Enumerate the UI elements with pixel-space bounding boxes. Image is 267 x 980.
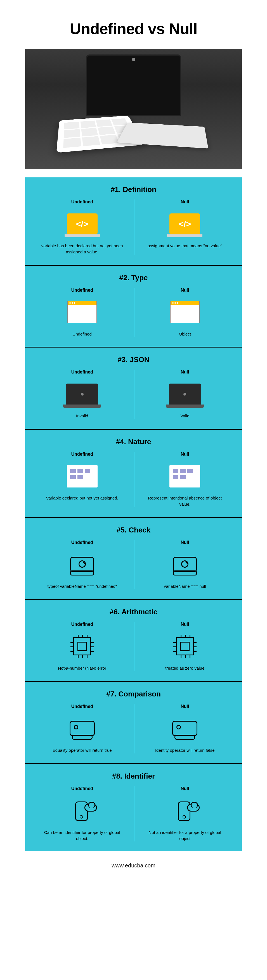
section-heading: #1. Definition [31, 185, 236, 194]
section-heading: #7. Comparison [31, 690, 236, 698]
spreadsheet-icon [169, 465, 200, 487]
null-text: Identity operator will return false [141, 747, 230, 753]
phone-cloud-icon [172, 802, 197, 819]
monitor-illustration [86, 54, 181, 116]
search-drive-icon [70, 557, 94, 572]
column-label: Undefined [38, 452, 127, 457]
undefined-column: Undefined Can be an identifier for prope… [31, 786, 134, 842]
column-label: Undefined [38, 199, 127, 205]
comparison-section: #8. Identifier Undefined Can be an ident… [25, 763, 242, 851]
undefined-column: Undefined Equality operator will return … [31, 704, 134, 753]
section-heading: #2. Type [31, 274, 236, 282]
column-label: Null [141, 370, 230, 375]
column-label: Null [141, 199, 230, 205]
null-column: Null Represent intentional absence of ob… [134, 452, 237, 508]
null-column: Null </> assignment value that means "no… [134, 199, 237, 255]
undefined-text: Can be an identifier for property of glo… [38, 829, 127, 842]
undefined-text: variable has been declared but not yet b… [38, 243, 127, 255]
null-column: Null variableName === null [134, 540, 237, 589]
undefined-text: Equality operator will return true [38, 747, 127, 753]
undefined-column: Undefined </> variable has been declared… [31, 199, 134, 255]
column-label: Null [141, 786, 230, 791]
undefined-column: Undefined Not-a-number (NaN) error [31, 622, 134, 671]
null-text: Object [141, 331, 230, 337]
null-column: Null treated as zero value [134, 622, 237, 671]
undefined-text: Invalid [38, 413, 127, 419]
null-text: variableName === null [141, 583, 230, 589]
section-heading: #3. JSON [31, 355, 236, 364]
undefined-column: Undefined typeof variableName === "undef… [31, 540, 134, 589]
code-laptop-icon: </> [169, 213, 200, 234]
undefined-column: Undefined Undefined [31, 288, 134, 337]
comparison-section: #4. Nature Undefined Variable declared b… [25, 429, 242, 517]
hero-image [25, 49, 242, 169]
window-icon [67, 301, 97, 323]
column-label: Null [141, 704, 230, 709]
code-laptop-icon: </> [67, 213, 98, 234]
null-text: Not an identifier for a property of glob… [141, 829, 230, 842]
null-text: treated as zero value [141, 665, 230, 671]
laptop-icon [169, 383, 201, 404]
column-label: Null [141, 288, 230, 293]
section-heading: #5. Check [31, 526, 236, 535]
undefined-column: Undefined Invalid [31, 370, 134, 419]
footer-url: www.educba.com [25, 851, 242, 880]
spreadsheet-icon [67, 465, 98, 487]
undefined-text: Undefined [38, 331, 127, 337]
page-title: Undefined vs Null [25, 19, 242, 38]
comparison-section: #7. Comparison Undefined Equality operat… [25, 681, 242, 763]
window-icon [170, 301, 200, 323]
stack-icon [172, 721, 197, 736]
column-label: Null [141, 452, 230, 457]
null-text: assignment value that means "no value" [141, 243, 230, 249]
section-heading: #4. Nature [31, 438, 236, 446]
column-label: Undefined [38, 622, 127, 627]
comparison-section: #1. Definition Undefined </> variable ha… [25, 177, 242, 265]
comparison-section: #2. Type Undefined Undefined Null Object [25, 265, 242, 347]
column-label: Undefined [38, 540, 127, 545]
null-text: Valid [141, 413, 230, 419]
comparison-section: #3. JSON Undefined Invalid Null Valid [25, 347, 242, 429]
phone-cloud-icon [70, 802, 95, 819]
column-label: Undefined [38, 786, 127, 791]
null-column: Null Identity operator will return false [134, 704, 237, 753]
undefined-column: Undefined Variable declared but not yet … [31, 452, 134, 508]
undefined-text: Variable declared but not yet assigned. [38, 495, 127, 501]
search-drive-icon [173, 557, 197, 572]
null-text: Represent intentional absence of object … [141, 495, 230, 508]
column-label: Null [141, 540, 230, 545]
column-label: Undefined [38, 704, 127, 709]
section-heading: #6. Arithmetic [31, 608, 236, 616]
column-label: Undefined [38, 370, 127, 375]
null-column: Null Not an identifier for a property of… [134, 786, 237, 842]
column-label: Undefined [38, 288, 127, 293]
chip-icon [176, 637, 194, 655]
stack-icon [70, 721, 95, 736]
comparison-section: #5. Check Undefined typeof variableName … [25, 517, 242, 599]
undefined-text: Not-a-number (NaN) error [38, 665, 127, 671]
undefined-text: typeof variableName === "undefined" [38, 583, 127, 589]
laptop-icon [66, 383, 98, 404]
null-column: Null Valid [134, 370, 237, 419]
column-label: Null [141, 622, 230, 627]
null-column: Null Object [134, 288, 237, 337]
chip-icon [73, 637, 91, 655]
comparison-section: #6. Arithmetic Undefined Not-a-number (N… [25, 599, 242, 681]
section-heading: #8. Identifier [31, 772, 236, 781]
